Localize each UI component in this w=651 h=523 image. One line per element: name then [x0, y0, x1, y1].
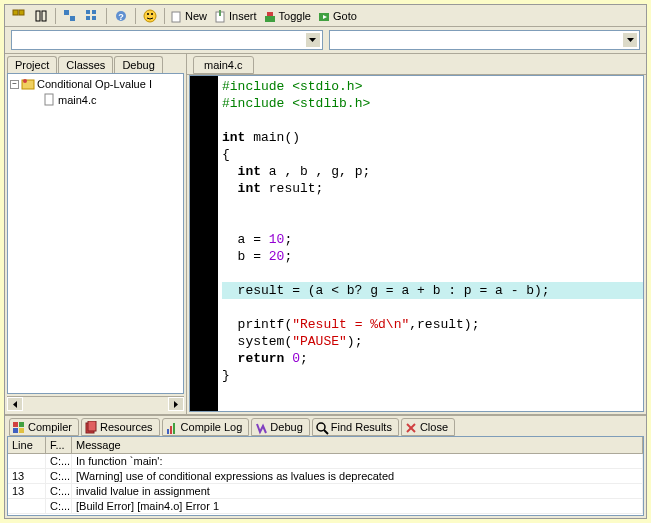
svg-point-13: [147, 13, 149, 15]
new-label: New: [185, 10, 207, 22]
combo-2[interactable]: [329, 30, 641, 50]
project-icon: [21, 77, 35, 91]
tab-compiler[interactable]: Compiler: [9, 418, 79, 436]
svg-rect-2: [36, 11, 40, 21]
tab-classes[interactable]: Classes: [58, 56, 113, 73]
insert-label: Insert: [229, 10, 257, 22]
tool-icon-3[interactable]: [60, 7, 80, 25]
chevron-down-icon[interactable]: [622, 32, 638, 48]
tree-root[interactable]: − Conditional Op-Lvalue I: [10, 76, 181, 92]
svg-rect-6: [86, 10, 90, 14]
code-area[interactable]: #include <stdio.h> #include <stdlib.h> i…: [218, 76, 643, 411]
left-tabs: Project Classes Debug: [5, 54, 186, 73]
tab-resources[interactable]: Resources: [81, 418, 160, 436]
col-message[interactable]: Message: [72, 437, 643, 453]
editor-gutter: [190, 76, 218, 411]
toggle-button[interactable]: Toggle: [263, 10, 315, 22]
tree-root-label: Conditional Op-Lvalue I: [37, 78, 152, 90]
svg-rect-4: [64, 10, 69, 15]
svg-rect-27: [19, 428, 24, 433]
goto-button[interactable]: Goto: [317, 10, 361, 22]
goto-label: Goto: [333, 10, 357, 22]
scroll-left-icon[interactable]: [7, 397, 23, 411]
output-panel: Compiler Resources Compile Log Debug Fin…: [5, 414, 646, 518]
tool-icon-1[interactable]: [9, 7, 29, 25]
main-toolbar: ? New Insert Toggle Goto: [5, 5, 646, 27]
svg-rect-24: [13, 422, 18, 427]
combo-toolbar: [5, 27, 646, 54]
editor-panel: main4.c #include <stdio.h> #include <std…: [187, 54, 646, 414]
tab-debug-bottom[interactable]: Debug: [251, 418, 309, 436]
compiler-output-grid[interactable]: Line F... Message C:...In function `main…: [7, 436, 644, 516]
tab-debug[interactable]: Debug: [114, 56, 162, 73]
file-tab-main4[interactable]: main4.c: [193, 56, 254, 74]
svg-rect-5: [70, 16, 75, 21]
svg-text:?: ?: [118, 12, 124, 22]
svg-rect-26: [13, 428, 18, 433]
tool-icon-2[interactable]: [31, 7, 51, 25]
col-file[interactable]: F...: [46, 437, 72, 453]
svg-point-33: [317, 423, 325, 431]
svg-point-12: [144, 10, 156, 22]
file-tabs: main4.c: [187, 54, 646, 75]
svg-rect-0: [13, 10, 18, 15]
svg-rect-15: [172, 12, 180, 22]
tree-file-label: main4.c: [58, 94, 97, 106]
project-tree[interactable]: − Conditional Op-Lvalue I main4.c: [7, 73, 184, 394]
svg-rect-8: [92, 10, 96, 14]
svg-rect-19: [267, 12, 273, 16]
insert-button[interactable]: Insert: [213, 10, 261, 22]
tab-find-results[interactable]: Find Results: [312, 418, 399, 436]
combo-1[interactable]: [11, 30, 323, 50]
grid-row[interactable]: 13C:... invalid lvalue in assignment: [8, 484, 643, 499]
collapse-icon[interactable]: −: [10, 80, 19, 89]
svg-rect-3: [42, 11, 46, 21]
col-line[interactable]: Line: [8, 437, 46, 453]
code-editor[interactable]: #include <stdio.h> #include <stdlib.h> i…: [189, 75, 644, 412]
svg-point-14: [151, 13, 153, 15]
tab-compile-log[interactable]: Compile Log: [162, 418, 250, 436]
grid-row[interactable]: C:...In function `main':: [8, 454, 643, 469]
file-icon: [42, 93, 56, 107]
svg-rect-32: [173, 423, 175, 434]
svg-rect-1: [19, 10, 24, 15]
svg-rect-7: [86, 16, 90, 20]
project-panel: Project Classes Debug − Conditional Op-L…: [5, 54, 187, 414]
tab-close[interactable]: Close: [401, 418, 455, 436]
svg-rect-18: [265, 16, 275, 22]
bottom-tabs: Compiler Resources Compile Log Debug Fin…: [5, 416, 646, 436]
svg-rect-25: [19, 422, 24, 427]
svg-rect-23: [45, 94, 53, 105]
svg-rect-29: [88, 421, 96, 431]
tool-icon-4[interactable]: [82, 7, 102, 25]
svg-rect-9: [92, 16, 96, 20]
grid-row[interactable]: C:...[Build Error] [main4.o] Error 1: [8, 499, 643, 514]
tab-project[interactable]: Project: [7, 56, 57, 73]
new-button[interactable]: New: [169, 10, 211, 22]
chevron-down-icon[interactable]: [305, 32, 321, 48]
toggle-label: Toggle: [279, 10, 311, 22]
grid-row[interactable]: 13C:...[Warning] use of conditional expr…: [8, 469, 643, 484]
grid-header: Line F... Message: [8, 437, 643, 454]
help-icon[interactable]: ?: [111, 7, 131, 25]
svg-line-34: [324, 430, 328, 434]
tree-scrollbar[interactable]: [7, 396, 184, 412]
tree-file[interactable]: main4.c: [10, 92, 181, 108]
smiley-icon[interactable]: [140, 7, 160, 25]
svg-point-22: [23, 79, 27, 83]
svg-rect-30: [167, 429, 169, 434]
scroll-right-icon[interactable]: [168, 397, 184, 411]
svg-rect-31: [170, 426, 172, 434]
